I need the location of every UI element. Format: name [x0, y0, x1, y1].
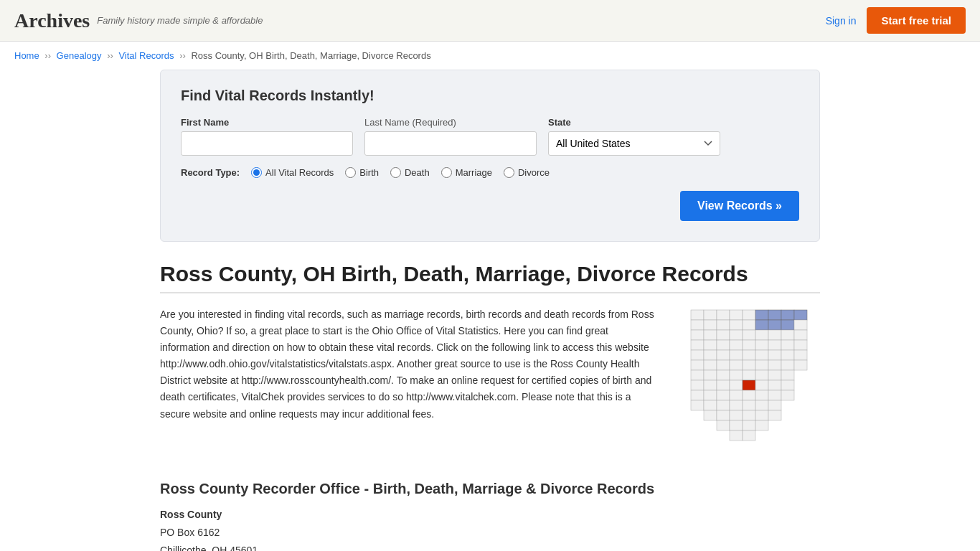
address-line2: Chillicothe, OH 45601: [160, 545, 258, 551]
radio-all[interactable]: [251, 167, 262, 178]
svg-rect-88: [743, 410, 755, 420]
sign-in-link[interactable]: Sign in: [826, 15, 857, 27]
address-block: Ross County PO Box 6162 Chillicothe, OH …: [160, 506, 820, 551]
svg-rect-56: [717, 370, 730, 380]
svg-rect-17: [794, 320, 807, 330]
logo: Archives: [14, 9, 90, 32]
last-name-label: Last Name (Required): [364, 117, 537, 128]
content-section: Are you interested in finding vital reco…: [160, 306, 820, 459]
svg-rect-13: [743, 320, 755, 330]
svg-rect-66: [743, 380, 755, 390]
svg-rect-50: [755, 360, 768, 370]
svg-rect-18: [691, 330, 704, 340]
svg-rect-90: [768, 410, 781, 420]
search-title: Find Vital Records Instantly!: [181, 88, 799, 104]
header: Archives Family history made simple & af…: [0, 0, 980, 42]
svg-rect-74: [743, 390, 755, 400]
svg-rect-77: [781, 390, 794, 400]
record-type-all[interactable]: All Vital Records: [251, 167, 334, 178]
main-content: Find Vital Records Instantly! First Name…: [146, 70, 834, 551]
svg-rect-59: [755, 370, 768, 380]
tagline: Family history made simple & affordable: [97, 15, 263, 26]
radio-divorce[interactable]: [504, 167, 514, 178]
breadcrumb-home[interactable]: Home: [14, 50, 39, 61]
radio-death[interactable]: [390, 167, 401, 178]
svg-rect-12: [730, 320, 743, 330]
svg-rect-29: [717, 340, 730, 350]
radio-marriage[interactable]: [441, 167, 452, 178]
recorder-heading: Ross County Recorder Office - Birth, Dea…: [160, 481, 820, 497]
record-type-options: All Vital Records Birth Death Marriage D…: [251, 167, 550, 178]
address-line1: PO Box 6162: [160, 527, 220, 538]
first-name-label: First Name: [181, 117, 353, 128]
svg-rect-64: [717, 380, 730, 390]
search-fields: First Name Last Name (Required) State Al…: [181, 117, 799, 156]
svg-rect-62: [691, 380, 704, 390]
record-type-birth[interactable]: Birth: [345, 167, 379, 178]
breadcrumb-sep1: ››: [44, 50, 51, 61]
svg-rect-61: [781, 370, 794, 380]
svg-rect-63: [704, 380, 717, 390]
svg-rect-26: [794, 330, 807, 340]
header-left: Archives Family history made simple & af…: [14, 9, 263, 32]
last-name-input[interactable]: [364, 131, 537, 156]
svg-rect-83: [755, 400, 768, 410]
record-type-death[interactable]: Death: [390, 167, 430, 178]
svg-rect-15: [768, 320, 781, 330]
svg-rect-7: [781, 310, 794, 320]
svg-rect-39: [730, 350, 743, 360]
breadcrumb-sep3: ››: [179, 50, 186, 61]
record-type-divorce[interactable]: Divorce: [504, 167, 550, 178]
svg-rect-10: [704, 320, 717, 330]
svg-rect-47: [717, 360, 730, 370]
svg-rect-51: [768, 360, 781, 370]
first-name-group: First Name: [181, 117, 353, 156]
svg-rect-40: [743, 350, 755, 360]
svg-rect-85: [704, 410, 717, 420]
state-select[interactable]: All United States AlabamaAlaskaArizona A…: [548, 131, 720, 156]
svg-rect-57: [730, 370, 743, 380]
state-label: State: [548, 117, 720, 128]
svg-rect-58: [743, 370, 755, 380]
svg-rect-44: [794, 350, 807, 360]
svg-rect-60: [768, 370, 781, 380]
svg-rect-11: [717, 320, 730, 330]
svg-rect-81: [730, 400, 743, 410]
svg-rect-35: [794, 340, 807, 350]
svg-rect-27: [691, 340, 704, 350]
svg-rect-33: [768, 340, 781, 350]
svg-rect-31: [743, 340, 755, 350]
svg-rect-65: [730, 380, 743, 390]
breadcrumb-vital-records[interactable]: Vital Records: [118, 50, 174, 61]
svg-rect-73: [730, 390, 743, 400]
breadcrumb-current: Ross County, OH Birth, Death, Marriage, …: [191, 50, 430, 61]
svg-rect-86: [717, 410, 730, 420]
record-type-marriage[interactable]: Marriage: [441, 167, 492, 178]
breadcrumb: Home ›› Genealogy ›› Vital Records ›› Ro…: [0, 42, 980, 70]
svg-rect-30: [730, 340, 743, 350]
content-text: Are you interested in finding vital reco…: [160, 306, 655, 459]
svg-rect-24: [768, 330, 781, 340]
svg-rect-69: [781, 380, 794, 390]
svg-rect-78: [691, 400, 704, 410]
office-name: Ross County: [160, 509, 222, 520]
svg-rect-96: [743, 430, 755, 441]
radio-birth[interactable]: [345, 167, 356, 178]
svg-rect-28: [704, 340, 717, 350]
svg-rect-54: [691, 370, 704, 380]
ohio-map-container: [677, 306, 820, 459]
start-trial-button[interactable]: Start free trial: [867, 7, 966, 34]
svg-rect-94: [755, 420, 768, 430]
breadcrumb-genealogy[interactable]: Genealogy: [57, 50, 102, 61]
svg-rect-89: [755, 410, 768, 420]
view-records-button[interactable]: View Records »: [680, 191, 799, 221]
first-name-input[interactable]: [181, 131, 353, 156]
page-title: Ross County, OH Birth, Death, Marriage, …: [160, 262, 820, 293]
svg-rect-48: [730, 360, 743, 370]
svg-rect-49: [743, 360, 755, 370]
svg-rect-16: [781, 320, 794, 330]
svg-rect-75: [755, 390, 768, 400]
svg-rect-21: [730, 330, 743, 340]
svg-rect-4: [743, 310, 755, 320]
svg-rect-70: [691, 390, 704, 400]
